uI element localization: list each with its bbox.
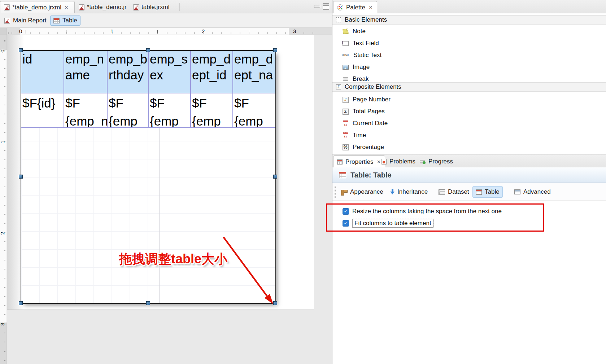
design-canvas[interactable]: 0 1 2 3 id emp_name emp_birthday emp_sex… — [0, 35, 332, 364]
subtab-advanced[interactable]: Advanced — [511, 186, 554, 198]
ruler-label-2: 2 — [202, 28, 205, 34]
resize-handle-bottom-right[interactable] — [273, 301, 277, 305]
jrxml-file-icon — [133, 4, 139, 10]
header-cell-emp-birthday[interactable]: emp_birthday — [108, 51, 149, 93]
header-cell-emp-sex[interactable]: emp_sex — [149, 51, 191, 93]
tab-palette[interactable]: Palette × — [333, 1, 377, 13]
total-pages-icon: Σ — [343, 109, 349, 115]
table-icon — [339, 172, 346, 178]
properties-icon — [337, 159, 343, 165]
palette-item-note[interactable]: Note — [332, 26, 606, 37]
section-label: Composite Elements — [345, 83, 401, 91]
palette-item-text-field[interactable]: Text Field — [332, 38, 606, 49]
detail-cell-emp-sex[interactable]: $F{emp_ — [149, 93, 191, 127]
subtab-label: Table — [485, 188, 500, 196]
detail-cell-emp-birthday[interactable]: $F{emp_ — [108, 93, 149, 127]
properties-tab-label: Properties — [345, 158, 373, 166]
page-number-icon: # — [343, 97, 349, 103]
progress-icon — [420, 159, 426, 164]
section-label: Basic Elements — [345, 16, 387, 23]
palette-icon — [337, 4, 343, 10]
resize-handle-top-mid[interactable] — [146, 48, 150, 52]
palette-item-time[interactable]: 31 Time — [332, 130, 606, 141]
item-label: Break — [353, 75, 369, 83]
subtab-label: Dataset — [448, 188, 469, 196]
resize-handle-mid-right[interactable] — [273, 175, 277, 179]
current-date-icon: 31 — [343, 120, 348, 126]
ruler-label-1: 1 — [0, 140, 5, 143]
ruler-label-0: 0 — [0, 49, 5, 52]
tab-separator — [179, 3, 180, 11]
tab-progress[interactable]: Progress — [416, 155, 457, 168]
file-tab-table-demo[interactable]: *table_demo.jrxml × — [0, 1, 75, 13]
vertical-ruler[interactable]: 0 1 2 3 — [0, 35, 6, 364]
ruler-half-ticks — [6, 30, 321, 34]
ruler-label-3: 3 — [0, 323, 5, 325]
item-label: Static Text — [353, 52, 382, 59]
palette-tab-bar: Palette × — [332, 0, 606, 13]
palette-item-static-text[interactable]: label Static Text — [332, 50, 606, 61]
tab-table[interactable]: Table — [50, 16, 80, 26]
problems-tab-label: Problems — [389, 158, 415, 165]
subtab-inheritance[interactable]: Inheritance — [387, 186, 431, 198]
tab-problems[interactable]: Problems — [378, 155, 419, 168]
subtab-appearance[interactable]: Appearance — [338, 186, 386, 198]
table-icon — [53, 18, 60, 23]
advanced-icon — [514, 189, 520, 194]
editor-area: *table_demo.jrxml × *table_demo.jrx tabl… — [0, 0, 332, 364]
ruler-corner — [0, 28, 6, 35]
palette-section-composite-elements[interactable]: # Composite Elements — [332, 82, 606, 92]
resize-handle-top-left[interactable] — [19, 48, 23, 52]
palette-item-image[interactable]: Image — [332, 62, 606, 73]
app-window: *table_demo.jrxml × *table_demo.jrx tabl… — [0, 0, 606, 364]
palette-item-current-date[interactable]: 31 Current Date — [332, 118, 606, 129]
basic-elements-icon — [336, 17, 341, 22]
header-cell-emp-dept-name[interactable]: emp_dept_na — [233, 51, 275, 93]
percentage-icon: % — [343, 144, 349, 150]
properties-subtabs: Appearance Inheritance Dataset Table Adv… — [332, 183, 606, 201]
report-icon — [4, 18, 10, 24]
close-icon[interactable]: × — [368, 4, 373, 11]
resize-handle-top-right[interactable] — [273, 48, 277, 52]
close-icon[interactable]: × — [64, 4, 69, 11]
properties-tab-bar: Properties × Problems Progress — [332, 154, 606, 168]
header-cell-emp-dept-id[interactable]: emp_dept_id — [191, 51, 233, 93]
jrxml-file-icon — [4, 4, 10, 10]
subtab-table[interactable]: Table — [472, 186, 503, 198]
detail-cell-emp-dept-id[interactable]: $F{emp_ — [191, 93, 233, 127]
drag-handle[interactable] — [335, 186, 336, 198]
tab-properties[interactable]: Properties × — [333, 155, 385, 168]
palette-item-total-pages[interactable]: Σ Total Pages — [332, 106, 606, 117]
resize-handle-mid-left[interactable] — [19, 175, 23, 179]
minimize-icon — [314, 5, 320, 8]
palette-section-basic-elements[interactable]: Basic Elements — [332, 15, 606, 25]
item-label: Percentage — [353, 144, 384, 151]
header-cell-id[interactable]: id — [21, 51, 64, 93]
text-field-icon — [343, 41, 349, 46]
detail-cell-id[interactable]: $F{id} — [21, 93, 64, 127]
resize-handle-bottom-left[interactable] — [19, 301, 23, 305]
resize-handle-bottom-mid[interactable] — [146, 301, 150, 305]
horizontal-ruler[interactable]: 0 1 2 3 — [6, 28, 332, 35]
ruler-page-extent — [0, 50, 6, 323]
report-view-bar: Main Report Table + − 250% ⌄ Settings — [0, 13, 332, 28]
palette-item-page-number[interactable]: # Page Number — [332, 94, 606, 105]
header-cell-emp-name[interactable]: emp_name — [64, 51, 108, 93]
file-tab-table-demo-2[interactable]: *table_demo.jrx — [75, 1, 129, 13]
palette-item-percentage[interactable]: % Percentage — [332, 142, 606, 153]
table-header-row[interactable]: id emp_name emp_birthday emp_sex emp_dep… — [21, 51, 275, 93]
detail-cell-emp-name[interactable]: $F{emp_n — [64, 93, 108, 127]
tab-main-report[interactable]: Main Report — [1, 16, 49, 26]
ruler-ticks — [4, 35, 5, 364]
tab-separator — [75, 3, 75, 11]
progress-tab-label: Progress — [428, 158, 453, 165]
minimize-view-button[interactable] — [314, 5, 320, 8]
detail-cell-emp-dept-name[interactable]: $F{emp_ — [233, 93, 275, 127]
table-detail-row[interactable]: $F{id} $F{emp_n $F{emp_ $F{emp_ $F{emp_ … — [21, 93, 275, 128]
time-icon: 31 — [343, 132, 348, 138]
maximize-view-button[interactable] — [323, 3, 329, 10]
inheritance-icon — [390, 189, 394, 195]
file-tab-table[interactable]: table.jrxml — [130, 1, 179, 13]
ruler-label-2: 2 — [0, 232, 5, 234]
subtab-dataset[interactable]: Dataset — [436, 186, 472, 198]
